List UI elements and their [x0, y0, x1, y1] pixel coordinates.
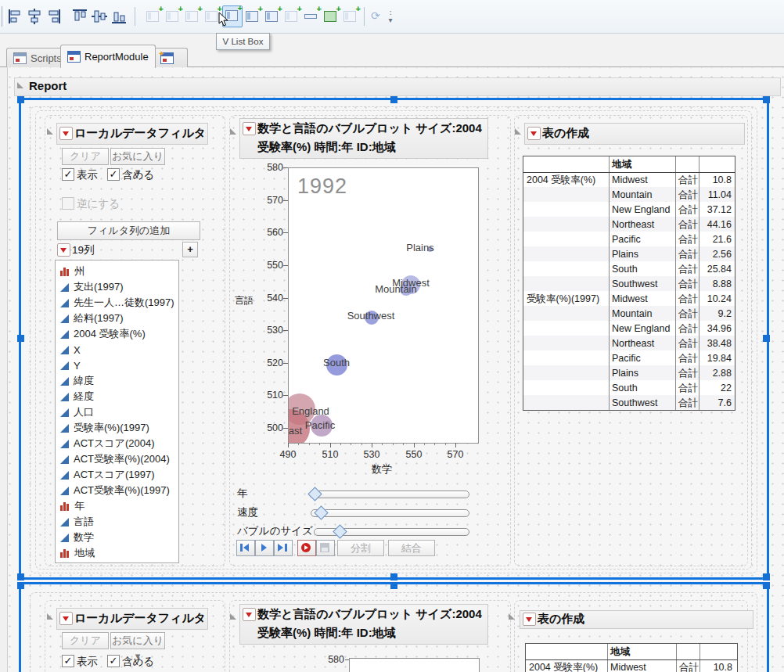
list-item[interactable]: 2004 受験率(%) — [60, 326, 146, 342]
add-other-box-icon[interactable]: + — [341, 7, 360, 26]
list-item[interactable]: 先生一人…徒数(1997) — [60, 295, 174, 311]
tab-scripts[interactable]: Scripts — [6, 48, 69, 67]
clear2-button[interactable]: クリア — [62, 632, 109, 649]
favorites-button[interactable]: お気に入り ▾ — [110, 148, 165, 165]
refresh-icon[interactable]: ⟳ — [368, 7, 387, 26]
row-agg: 合計 — [675, 173, 699, 188]
list-item[interactable]: 人口 — [60, 404, 94, 420]
continuous-icon — [60, 440, 69, 448]
columns-menu-icon[interactable] — [57, 243, 70, 257]
table-menu-icon[interactable] — [527, 127, 541, 140]
split-button[interactable]: 分割 — [337, 540, 384, 556]
list-item[interactable]: 地域 — [60, 545, 95, 561]
filter-menu-icon[interactable] — [59, 127, 73, 140]
add-outline-box-icon[interactable]: + — [144, 7, 163, 26]
selection-handle-tr[interactable] — [763, 96, 770, 103]
list-item[interactable]: Y — [60, 358, 81, 373]
list-item[interactable]: 受験率(%)(1997) — [60, 420, 149, 436]
selection-handle-bm[interactable] — [390, 573, 397, 580]
include2-checkbox[interactable]: ✓ — [107, 655, 120, 667]
bubble-plot-frame[interactable]: 1992 Plains Midwest Mountain Southwest S… — [288, 167, 479, 444]
step-forward-button[interactable] — [274, 540, 293, 556]
list-item[interactable]: 数学 — [60, 530, 94, 545]
selection-handle-br[interactable] — [763, 573, 770, 580]
invert-checkbox[interactable] — [62, 197, 74, 210]
align-bottom-icon[interactable] — [110, 6, 128, 27]
bubble-collapse-icon[interactable] — [230, 128, 236, 135]
add-spacer-box-icon[interactable]: + — [302, 7, 321, 26]
selection-handle-mr[interactable] — [763, 335, 770, 342]
toolbar-drag-handle[interactable] — [2, 6, 5, 27]
y-tick: 510 — [260, 390, 283, 401]
list-item[interactable]: 年 — [60, 498, 85, 514]
align-center-icon[interactable] — [25, 6, 44, 27]
continuous-icon — [60, 330, 69, 339]
selection2-handle-tm[interactable] — [390, 582, 397, 589]
bubble-menu-icon[interactable] — [243, 122, 256, 135]
tab-new-module[interactable]: ✦ — [153, 48, 188, 67]
speed-slider-track[interactable] — [311, 509, 469, 517]
row-region: Mountain — [609, 188, 675, 203]
align-middle-icon[interactable] — [90, 6, 109, 27]
favorites2-button[interactable]: お気に入り ▾ — [110, 632, 165, 649]
show-checkbox[interactable]: ✓ — [62, 168, 74, 181]
selection-handle-bl[interactable] — [17, 573, 24, 580]
selection2-handle-tr[interactable] — [763, 582, 770, 589]
show2-checkbox[interactable]: ✓ — [62, 655, 74, 667]
list-item[interactable]: ACT受験率(%)(1997) — [60, 483, 170, 498]
add-border-box-icon[interactable]: + — [183, 7, 202, 26]
list-item[interactable]: 緯度 — [60, 373, 94, 389]
bubble2-collapse-icon[interactable] — [230, 613, 236, 620]
y-tick: 540 — [260, 293, 283, 304]
selection-handle-ml[interactable] — [17, 335, 24, 342]
list-item[interactable]: ACTスコア(1997) — [60, 467, 155, 483]
list-item[interactable]: 州 — [60, 264, 85, 279]
row-group: 2004 受験率(%) — [523, 173, 609, 188]
align-right-icon[interactable] — [45, 6, 63, 27]
tab-report-module[interactable]: ReportModule — [60, 45, 156, 68]
combine-button[interactable]: 結合 — [388, 540, 435, 556]
record-button[interactable] — [297, 540, 316, 556]
add-tab-box-icon[interactable]: + — [263, 7, 282, 26]
play-icon — [261, 544, 267, 552]
x-axis-label: 数学 — [372, 462, 392, 476]
list-item[interactable]: 言語 — [60, 514, 94, 530]
filter2-menu-icon[interactable] — [59, 612, 73, 625]
add-panel-box-icon[interactable]: + — [164, 7, 182, 26]
align-top-icon[interactable] — [70, 6, 89, 27]
include-checkbox[interactable]: ✓ — [107, 168, 120, 181]
add-button-box-icon[interactable]: + — [322, 7, 340, 26]
toolbar-overflow-icon[interactable]: ∶▾ — [387, 9, 394, 23]
table2-menu-icon[interactable] — [523, 613, 536, 626]
list-item[interactable]: 給料(1997) — [60, 311, 124, 326]
filter2-collapse-icon[interactable] — [47, 613, 53, 620]
selection-handle-tm[interactable] — [390, 96, 397, 103]
add-h-list-box-icon[interactable]: + — [243, 7, 262, 26]
clear-button[interactable]: クリア — [62, 148, 109, 165]
year-slider-track[interactable] — [309, 491, 469, 498]
bubble2-plot-frame[interactable] — [349, 658, 480, 672]
add-filter-columns-button[interactable]: フィルタ列の追加 — [57, 221, 200, 240]
continuous-icon — [60, 314, 69, 323]
play-button[interactable] — [255, 540, 274, 556]
table2-collapse-icon[interactable] — [509, 613, 515, 620]
selection-handle-tl[interactable] — [17, 96, 24, 103]
step-back-button[interactable] — [236, 540, 255, 556]
selection2-handle-tl[interactable] — [17, 582, 24, 589]
bubble2-menu-icon[interactable] — [243, 608, 256, 621]
add-column-button[interactable]: + — [182, 242, 198, 257]
save-button[interactable] — [316, 540, 335, 556]
filter-collapse-icon[interactable] — [47, 128, 53, 135]
list-item[interactable]: 経度 — [60, 389, 94, 404]
table-collapse-icon[interactable] — [515, 128, 521, 135]
report-collapse-icon[interactable] — [17, 82, 23, 88]
list-item[interactable]: 支出(1997) — [60, 279, 124, 295]
row-region: Pacific — [609, 232, 675, 247]
add-col-list-box-icon[interactable]: + — [282, 7, 301, 26]
list-item[interactable]: ACT受験率(%)(2004) — [60, 451, 170, 467]
list-item[interactable]: ACTスコア(2004) — [60, 436, 155, 451]
row-agg: 合計 — [675, 381, 699, 396]
continuous-icon — [60, 455, 69, 464]
align-left-icon[interactable] — [5, 6, 24, 27]
list-item[interactable]: X — [60, 342, 81, 358]
